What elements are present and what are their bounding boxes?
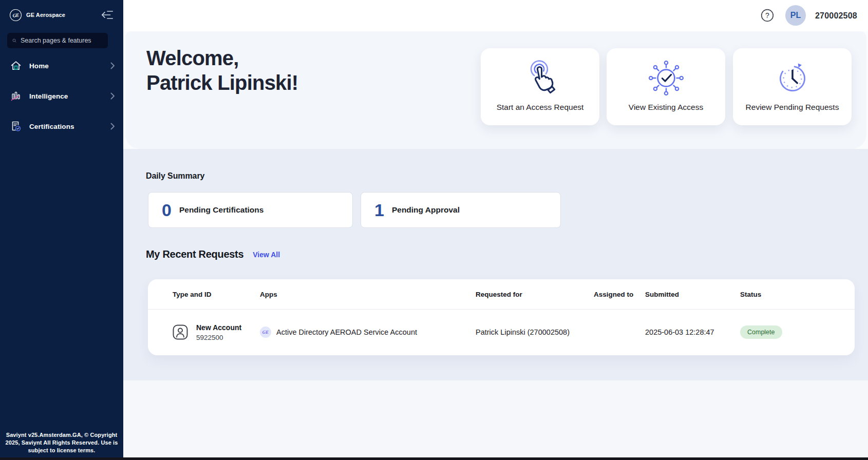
submitted-cell: 2025-06-03 12:28:47 bbox=[645, 328, 740, 336]
pending-certifications-count: 0 bbox=[162, 200, 171, 220]
sidebar-item-home[interactable]: Home bbox=[0, 54, 123, 78]
sidebar-search[interactable] bbox=[7, 33, 108, 48]
sidebar-item-certifications[interactable]: Certifications bbox=[0, 114, 123, 138]
chevron-right-icon bbox=[110, 123, 115, 130]
license-footer-text: Saviynt v25.Amsterdam.GA, © Copyright 20… bbox=[5, 431, 118, 454]
touch-icon bbox=[520, 54, 560, 102]
col-header-apps: Apps bbox=[260, 291, 476, 298]
recent-requests-title: My Recent Requests bbox=[146, 248, 243, 260]
review-pending-requests-card[interactable]: Review Pending Requests bbox=[733, 48, 852, 125]
hero-card-label: Start an Access Request bbox=[497, 103, 584, 112]
user-avatar[interactable]: PL bbox=[785, 5, 806, 26]
network-check-icon bbox=[646, 54, 686, 102]
daily-summary-title: Daily Summary bbox=[146, 171, 204, 181]
pending-approval-label: Pending Approval bbox=[392, 205, 460, 215]
sidebar-item-label: Home bbox=[29, 62, 110, 70]
certifications-document-icon bbox=[10, 120, 22, 132]
request-type: New Account bbox=[196, 323, 241, 332]
lower-background bbox=[123, 380, 868, 457]
app-logo-icon: GE bbox=[260, 327, 271, 338]
clock-history-icon bbox=[772, 54, 813, 102]
table-header-row: Type and ID Apps Requested for Assigned … bbox=[148, 279, 855, 310]
hero-strip: Welcome, Patrick Lipinski! Start an Acce… bbox=[123, 31, 868, 149]
sidebar-item-label: Certifications bbox=[29, 123, 110, 130]
pending-certifications-label: Pending Certifications bbox=[179, 205, 264, 215]
view-existing-access-card[interactable]: View Existing Access bbox=[607, 48, 725, 125]
request-id: 5922500 bbox=[196, 334, 241, 341]
bottom-edge-bar bbox=[0, 457, 868, 460]
sidebar-item-intelligence[interactable]: Intelligence bbox=[0, 84, 123, 108]
welcome-heading: Welcome, Patrick Lipinski! bbox=[146, 46, 298, 95]
requested-for-cell: Patrick Lipinski (270002508) bbox=[476, 328, 594, 336]
brand-name: GE Aerospace bbox=[26, 12, 100, 18]
intelligence-chart-icon bbox=[10, 90, 22, 102]
col-header-status: Status bbox=[740, 291, 830, 298]
top-header-bar: ? PL 270002508 bbox=[123, 0, 868, 31]
dashboard-section: Daily Summary 0 Pending Certifications 1… bbox=[123, 149, 868, 380]
welcome-line1: Welcome, bbox=[146, 46, 298, 70]
main-area: ? PL 270002508 Welcome, Patrick Lipinski… bbox=[123, 0, 868, 460]
col-header-assigned-to: Assigned to bbox=[594, 291, 645, 298]
chevron-right-icon bbox=[110, 92, 115, 100]
search-input[interactable] bbox=[21, 37, 103, 44]
sidebar-item-label: Intelligence bbox=[29, 92, 110, 100]
help-button[interactable]: ? bbox=[760, 8, 775, 23]
status-badge: Complete bbox=[740, 325, 782, 339]
col-header-submitted: Submitted bbox=[645, 291, 740, 298]
pending-certifications-card[interactable]: 0 Pending Certifications bbox=[148, 192, 353, 228]
col-header-requested-for: Requested for bbox=[476, 291, 594, 298]
help-icon: ? bbox=[760, 8, 775, 23]
ge-monogram-logo-icon: GE bbox=[9, 8, 23, 22]
hero-card-label: View Existing Access bbox=[629, 103, 703, 112]
pending-approval-card[interactable]: 1 Pending Approval bbox=[361, 192, 561, 228]
app-name: Active Directory AEROAD Service Account bbox=[276, 328, 417, 336]
view-all-link[interactable]: View All bbox=[253, 251, 280, 259]
table-row[interactable]: New Account 5922500 GE Active Directory … bbox=[148, 310, 855, 355]
status-cell: Complete bbox=[740, 325, 830, 339]
col-header-type-id: Type and ID bbox=[173, 291, 260, 298]
chevron-right-icon bbox=[110, 62, 115, 69]
user-id-label: 270002508 bbox=[815, 0, 857, 31]
sidebar: GE GE Aerospace bbox=[0, 0, 123, 460]
start-access-request-card[interactable]: Start an Access Request bbox=[481, 48, 599, 125]
recent-requests-table: Type and ID Apps Requested for Assigned … bbox=[148, 279, 855, 355]
type-and-id-cell: New Account 5922500 bbox=[173, 323, 260, 341]
pending-approval-count: 1 bbox=[374, 200, 384, 220]
welcome-line2: Patrick Lipinski! bbox=[146, 70, 298, 95]
welcome-panel: Welcome, Patrick Lipinski! Start an Acce… bbox=[125, 31, 866, 149]
search-icon bbox=[12, 36, 16, 45]
recent-requests-header: My Recent Requests View All bbox=[146, 248, 280, 260]
new-account-person-icon bbox=[173, 324, 188, 340]
collapse-arrow-icon bbox=[101, 10, 114, 20]
apps-cell: GE Active Directory AEROAD Service Accou… bbox=[260, 327, 476, 338]
sidebar-nav: Home Intelligence bbox=[0, 54, 123, 145]
brand-row: GE GE Aerospace bbox=[10, 7, 115, 23]
question-mark-glyph: ? bbox=[765, 11, 769, 20]
hero-card-label: Review Pending Requests bbox=[746, 103, 839, 112]
home-icon bbox=[10, 60, 22, 72]
sidebar-collapse-button[interactable] bbox=[100, 9, 115, 21]
